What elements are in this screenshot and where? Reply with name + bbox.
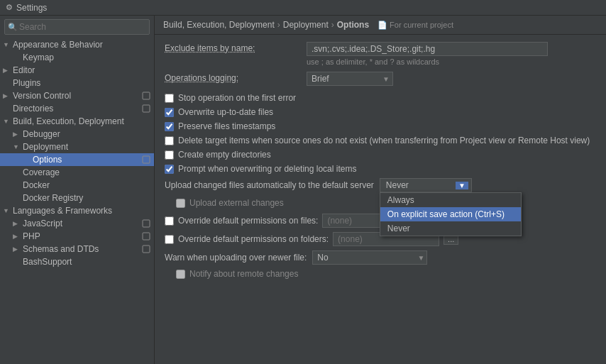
tree-label-debugger: Debugger [23,129,151,139]
search-input[interactable] [4,19,150,35]
svg-rect-0 [143,92,150,99]
tree-label-docker-registry: Docker Registry [23,193,151,203]
sidebar-item-appearance-behavior[interactable]: ▼ Appearance & Behavior [0,38,154,51]
notify-row: Notify about remote changes [165,269,596,279]
checkbox-delete-target[interactable] [165,136,174,145]
exclude-input[interactable] [307,42,548,56]
tree-badge-directories [141,104,151,114]
exclude-label: Exclude items by name: [165,42,307,53]
checkbox-label-create-empty-dirs: Create empty directories [178,150,271,160]
sidebar-item-languages-frameworks[interactable]: ▼ Languages & Frameworks [0,204,154,217]
tree-label-plugins: Plugins [13,78,151,88]
search-box[interactable]: 🔍 [4,19,150,35]
content-area: Build, Execution, Deployment › Deploymen… [155,16,606,364]
sidebar-item-javascript[interactable]: ▶ JavaScript [0,217,154,230]
override-files-checkbox[interactable] [165,216,174,226]
upload-dropdown-menu: AlwaysOn explicit save action (Ctrl+S)Ne… [380,192,522,236]
checkbox-stop-on-error[interactable] [165,94,174,103]
checkbox-row-stop-on-error: Stop operation on the first error [165,93,596,103]
sidebar-item-debugger[interactable]: ▶ Debugger [0,128,154,140]
sidebar-item-docker-registry[interactable]: Docker Registry [0,192,154,204]
override-folders-label: Override default permissions on folders: [178,234,329,244]
sidebar-item-version-control[interactable]: ▶ Version Control [0,89,154,102]
upload-dropdown-arrow: ▼ [456,182,468,189]
checkbox-row-preserve-timestamps: Preserve files timestamps [165,121,596,131]
sidebar-item-schemas-dtds[interactable]: ▶ Schemas and DTDs [0,243,154,255]
sidebar-item-coverage[interactable]: Coverage [0,166,154,179]
tree-arrow-javascript: ▶ [13,220,23,227]
checkbox-overwrite-up-to-date[interactable] [165,108,174,117]
title-text: Settings [16,3,47,13]
dropdown-item-on-explicit-save[interactable]: On explicit save action (Ctrl+S) [380,207,521,221]
breadcrumb-part2[interactable]: Deployment [283,20,329,30]
svg-rect-1 [143,105,150,112]
checkbox-create-empty-dirs[interactable] [165,150,174,160]
notify-label: Notify about remote changes [189,269,298,279]
settings-icon: ⚙ [6,3,13,12]
for-current-project: 📄 For current project [378,21,453,30]
upload-row: Upload changed files automatically to th… [165,178,596,192]
tree-label-keymap: Keymap [23,53,151,62]
sidebar-item-deployment[interactable]: ▼ Deployment [0,140,154,153]
notify-checkbox[interactable] [176,270,185,279]
main-container: 🔍 ▼ Appearance & Behavior Keymap ▶ Edito… [0,16,606,364]
sidebar-item-options[interactable]: Options [0,153,154,166]
checkbox-prompt-overwriting[interactable] [165,165,174,174]
warn-select-wrapper[interactable]: NoYes ▼ [312,250,427,265]
override-folders-checkbox[interactable] [165,235,174,244]
checkboxes-container: Stop operation on the first error Overwr… [165,93,596,174]
sidebar-item-editor[interactable]: ▶ Editor [0,64,154,77]
checkbox-row-delete-target: Delete target items when source ones do … [165,136,596,145]
tree-arrow-build-execution-deployment: ▼ [3,118,13,125]
checkbox-row-create-empty-dirs: Create empty directories [165,150,596,160]
tree-arrow-deployment: ▼ [13,143,23,150]
breadcrumb-sep1: › [277,20,280,30]
dropdown-item-never[interactable]: Never [380,221,521,236]
sidebar-item-php[interactable]: ▶ PHP [0,230,154,243]
sidebar-item-keymap[interactable]: Keymap [0,51,154,64]
operations-select[interactable]: BriefVerboseNone [307,72,392,85]
operations-select-wrapper[interactable]: BriefVerboseNone ▼ [307,72,393,86]
upload-dropdown-container[interactable]: Never ▼ AlwaysOn explicit save action (C… [380,178,472,192]
tree-label-php: PHP [23,231,141,241]
tree-label-version-control: Version Control [13,91,141,101]
tree-arrow-debugger: ▶ [13,131,23,138]
checkbox-label-preserve-timestamps: Preserve files timestamps [178,121,275,131]
tree-badge-php [141,231,151,241]
sidebar-item-plugins[interactable]: Plugins [0,77,154,89]
upload-dropdown-value: Never [386,180,453,190]
warn-select[interactable]: NoYes [313,251,426,264]
override-files-label: Override default permissions on files: [178,216,318,226]
svg-rect-3 [143,220,150,227]
upload-external-checkbox[interactable] [176,199,185,208]
sidebar-item-docker[interactable]: Docker [0,179,154,192]
sidebar-item-build-execution-deployment[interactable]: ▼ Build, Execution, Deployment [0,115,154,128]
project-icon: 📄 [378,21,387,30]
tree-badge-version-control [141,91,151,101]
exclude-hint: use ; as delimiter, * and ? as wildcards [307,57,596,66]
sidebar-item-directories[interactable]: Directories [0,102,154,115]
checkbox-preserve-timestamps[interactable] [165,122,174,131]
upload-dropdown-button[interactable]: Never ▼ [380,178,472,192]
exclude-control: use ; as delimiter, * and ? as wildcards [307,42,596,66]
tree-badge-options [141,155,151,165]
tree-label-deployment: Deployment [23,142,151,152]
tree-arrow-languages-frameworks: ▼ [3,207,13,214]
tree-badge-javascript [141,219,151,228]
dropdown-item-always[interactable]: Always [380,193,521,207]
sidebar: 🔍 ▼ Appearance & Behavior Keymap ▶ Edito… [0,16,155,364]
svg-rect-2 [143,156,150,163]
warn-label: Warn when uploading over newer file: [165,253,307,263]
upload-external-label: Upload external changes [189,198,284,208]
checkbox-label-stop-on-error: Stop operation on the first error [178,93,296,103]
breadcrumb-sep2: › [331,20,334,30]
svg-rect-5 [143,246,150,253]
breadcrumb-part1[interactable]: Build, Execution, Deployment [163,20,275,30]
search-icon: 🔍 [8,23,18,32]
tree-label-schemas-dtds: Schemas and DTDs [23,244,141,254]
sidebar-item-bashsupport[interactable]: BashSupport [0,255,154,268]
title-bar: ⚙ Settings [0,0,606,16]
tree-label-build-execution-deployment: Build, Execution, Deployment [13,116,151,126]
settings-content: Exclude items by name: use ; as delimite… [155,35,606,364]
checkbox-label-delete-target: Delete target items when source ones do … [178,136,590,145]
